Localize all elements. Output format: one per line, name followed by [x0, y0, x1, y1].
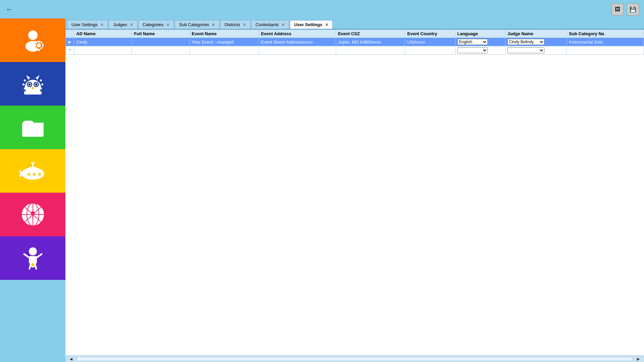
svg-line-60 — [30, 263, 31, 269]
svg-rect-7 — [42, 44, 44, 46]
tab-close-user-settings-2[interactable]: ✕ — [325, 22, 328, 27]
tab-close-judges[interactable]: ✕ — [130, 22, 133, 27]
cell-event-country[interactable] — [405, 46, 455, 55]
svg-marker-31 — [26, 75, 30, 80]
cell-judge-name[interactable]: Cindy Belindy John Smith — [505, 38, 567, 46]
col-header-sub-category: Sub Category Na — [567, 30, 644, 38]
svg-line-61 — [35, 263, 36, 269]
tab-judges[interactable]: Judges ✕ — [109, 20, 138, 29]
horizontal-scrollbar: ◄ ► — [65, 355, 644, 362]
tab-contestants[interactable]: Contestants ✕ — [251, 20, 289, 29]
cell-language[interactable]: English Spanish French — [455, 38, 505, 46]
tabs-bar: User Settings ✕ Judges ✕ Categories ✕ Su… — [65, 18, 644, 29]
cell-event-name[interactable]: Your Event - changed — [190, 38, 259, 46]
sidebar-item-presenter[interactable] — [0, 236, 65, 280]
tab-sub-categories[interactable]: Sub Categories ✕ — [175, 20, 220, 29]
svg-rect-5 — [38, 50, 40, 51]
svg-rect-37 — [31, 162, 35, 164]
cell-event-address[interactable]: Event Street Addressxxxxx — [259, 38, 336, 46]
cell-judge-name[interactable] — [505, 46, 567, 55]
svg-rect-4 — [38, 41, 40, 43]
col-header-event-address: Event Address — [259, 30, 336, 38]
svg-point-17 — [29, 83, 31, 85]
sidebar-item-files[interactable] — [0, 106, 65, 149]
top-right-icons: 🖼 💾 — [611, 3, 639, 15]
svg-line-55 — [24, 254, 29, 257]
svg-line-56 — [37, 254, 42, 257]
svg-rect-35 — [29, 167, 37, 172]
svg-rect-30 — [24, 91, 42, 95]
save-icon[interactable]: 💾 — [627, 3, 639, 15]
cell-ad-name[interactable] — [74, 46, 132, 55]
tab-close-categories[interactable]: ✕ — [166, 22, 170, 27]
svg-rect-6 — [35, 44, 36, 46]
svg-point-40 — [38, 173, 41, 176]
sidebar-item-user-settings[interactable] — [0, 18, 65, 62]
tab-close-contestants[interactable]: ✕ — [281, 22, 285, 27]
scroll-right-arrow[interactable]: ► — [634, 356, 642, 362]
row-indicator: ▶ — [66, 38, 74, 46]
svg-point-51 — [31, 211, 35, 215]
judge-select-2[interactable] — [507, 47, 544, 53]
svg-point-58 — [31, 263, 35, 266]
svg-point-21 — [40, 79, 42, 81]
table-area: AD Name Full Name Event Name Event Addre… — [65, 29, 644, 355]
table-row[interactable]: * English — [66, 46, 644, 55]
svg-point-18 — [35, 83, 37, 85]
cell-full-name[interactable] — [132, 46, 190, 55]
col-header-ad-name: AD Name — [74, 30, 132, 38]
svg-point-23 — [41, 83, 43, 85]
col-header-judge-name: Judge Name — [505, 30, 567, 38]
svg-rect-33 — [22, 124, 44, 137]
sidebar-item-map[interactable] — [0, 193, 65, 236]
svg-point-3 — [37, 43, 41, 47]
svg-point-39 — [33, 173, 36, 176]
tab-districts[interactable]: Districts ✕ — [220, 20, 250, 29]
col-header-indicator — [66, 30, 74, 38]
language-select[interactable]: English Spanish French — [458, 39, 488, 45]
col-header-full-name: Full Name — [132, 30, 190, 38]
table-header-row: AD Name Full Name Event Name Event Addre… — [66, 30, 644, 38]
sidebar-item-submarine[interactable] — [0, 149, 65, 193]
tab-user-settings-2[interactable]: User Settings ✕ — [290, 20, 333, 29]
svg-marker-32 — [36, 75, 40, 80]
col-header-event-name: Event Name — [190, 30, 259, 38]
svg-point-0 — [28, 31, 38, 40]
tab-user-settings-1[interactable]: User Settings ✕ — [67, 20, 108, 29]
top-bar: ← 🖼 💾 — [0, 0, 644, 18]
cell-event-csz[interactable] — [336, 46, 405, 55]
cell-event-address[interactable] — [259, 46, 336, 55]
data-table: AD Name Full Name Event Name Event Addre… — [65, 29, 644, 55]
svg-point-24 — [24, 87, 26, 89]
cell-full-name[interactable] — [132, 38, 190, 46]
cell-ad-name[interactable]: Cindy — [74, 38, 132, 46]
tab-close-districts[interactable]: ✕ — [243, 22, 246, 27]
col-header-event-csz: Event CSZ — [336, 30, 405, 38]
sidebar-item-knowledge[interactable] — [0, 62, 65, 106]
cell-event-csz[interactable]: Joplin, MO 64804xxxx — [336, 38, 405, 46]
cell-event-country[interactable]: USAxxxx — [405, 38, 455, 46]
back-button[interactable]: ← — [3, 3, 15, 15]
col-header-event-country: Event Country — [405, 30, 455, 38]
scroll-track[interactable] — [77, 357, 633, 361]
cell-sub-category[interactable] — [567, 46, 644, 55]
judge-select[interactable]: Cindy Belindy John Smith — [507, 39, 544, 45]
tab-close-sub-categories[interactable]: ✕ — [212, 22, 215, 27]
sidebar — [0, 18, 65, 362]
tab-categories[interactable]: Categories ✕ — [138, 20, 174, 29]
svg-point-38 — [27, 173, 31, 176]
cell-language[interactable]: English — [455, 46, 505, 55]
tab-close-user-settings-1[interactable]: ✕ — [100, 22, 104, 27]
scroll-left-arrow[interactable]: ◄ — [67, 356, 75, 362]
cell-event-name[interactable] — [190, 46, 259, 55]
photo-icon[interactable]: 🖼 — [611, 3, 624, 15]
svg-point-25 — [40, 87, 42, 89]
table-row[interactable]: ▶ Cindy Your Event - changed Event Stree… — [66, 38, 644, 46]
col-header-language: Language — [455, 30, 505, 38]
cell-sub-category[interactable]: Instrumental Solo — [567, 38, 644, 46]
main-content: User Settings ✕ Judges ✕ Categories ✕ Su… — [65, 18, 644, 362]
svg-point-22 — [22, 83, 24, 85]
row-indicator: * — [66, 46, 74, 55]
svg-point-20 — [24, 79, 26, 81]
language-select-2[interactable]: English — [458, 47, 488, 53]
